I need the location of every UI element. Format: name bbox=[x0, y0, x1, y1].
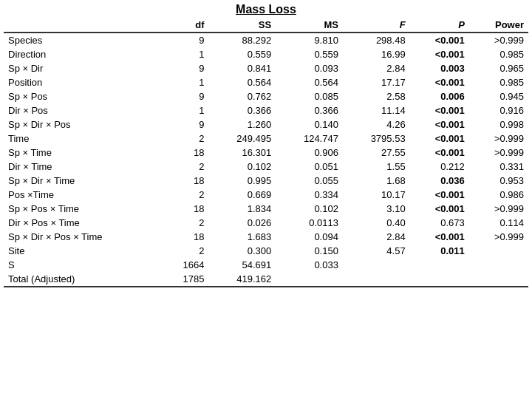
row-cell: 2.58 bbox=[343, 89, 410, 103]
row-cell bbox=[343, 258, 410, 272]
row-cell: 9 bbox=[163, 89, 209, 103]
row-cell: <0.001 bbox=[410, 33, 469, 47]
row-label: Total (Adjusted) bbox=[4, 272, 163, 287]
table-header-row: df SS MS F P Power bbox=[4, 18, 528, 33]
row-cell: 0.006 bbox=[410, 89, 469, 103]
table-row: Dir × Pos × Time20.0260.01130.400.6730.1… bbox=[4, 216, 528, 230]
row-cell: 2.84 bbox=[343, 61, 410, 75]
table-row: Sp × Pos × Time181.8340.1023.10<0.001>0.… bbox=[4, 202, 528, 216]
row-cell: 0.114 bbox=[469, 216, 528, 230]
row-label: Sp × Pos × Time bbox=[4, 202, 163, 216]
row-cell: 16.99 bbox=[343, 47, 410, 61]
row-cell: <0.001 bbox=[410, 103, 469, 117]
row-cell: 16.301 bbox=[208, 146, 276, 160]
row-label: Sp × Time bbox=[4, 146, 163, 160]
row-cell: >0.999 bbox=[469, 202, 528, 216]
row-cell: 0.003 bbox=[410, 61, 469, 75]
row-cell: 0.564 bbox=[276, 75, 343, 89]
row-label: Dir × Pos bbox=[4, 103, 163, 117]
row-label: Sp × Dir × Pos × Time bbox=[4, 230, 163, 244]
row-label: Species bbox=[4, 33, 163, 47]
page-title: Mass Loss bbox=[236, 3, 296, 16]
row-cell: 9 bbox=[163, 117, 209, 132]
row-cell: 17.17 bbox=[343, 75, 410, 89]
row-cell: 0.212 bbox=[410, 160, 469, 174]
row-cell: 1 bbox=[163, 103, 209, 117]
row-cell: 0.916 bbox=[469, 103, 528, 117]
row-cell: 0.998 bbox=[469, 117, 528, 132]
row-cell: 0.036 bbox=[410, 174, 469, 188]
row-cell: 0.366 bbox=[276, 103, 343, 117]
row-cell bbox=[410, 272, 469, 287]
row-label: Pos ×Time bbox=[4, 188, 163, 202]
row-cell bbox=[469, 258, 528, 272]
row-label: Sp × Dir bbox=[4, 61, 163, 75]
row-cell: 0.906 bbox=[276, 146, 343, 160]
col-header-source bbox=[4, 18, 163, 33]
row-cell: 0.985 bbox=[469, 47, 528, 61]
row-cell: 0.564 bbox=[208, 75, 276, 89]
row-cell: 0.300 bbox=[208, 244, 276, 258]
row-cell: 2 bbox=[163, 160, 209, 174]
row-cell: 0.331 bbox=[469, 160, 528, 174]
col-header-df: df bbox=[163, 18, 209, 33]
table-row: Species988.2929.810298.48<0.001>0.999 bbox=[4, 33, 528, 47]
row-cell: 18 bbox=[163, 230, 209, 244]
row-cell bbox=[469, 272, 528, 287]
row-cell: 124.747 bbox=[276, 132, 343, 146]
row-cell: 9 bbox=[163, 33, 209, 47]
table-row: Dir × Pos10.3660.36611.14<0.0010.916 bbox=[4, 103, 528, 117]
row-cell: <0.001 bbox=[410, 47, 469, 61]
row-cell: >0.999 bbox=[469, 146, 528, 160]
row-cell: 0.559 bbox=[276, 47, 343, 61]
row-cell: 0.094 bbox=[276, 230, 343, 244]
row-cell: 298.48 bbox=[343, 33, 410, 47]
row-cell: <0.001 bbox=[410, 202, 469, 216]
row-label: Sp × Dir × Pos bbox=[4, 117, 163, 132]
row-cell: 18 bbox=[163, 202, 209, 216]
row-cell: 1 bbox=[163, 75, 209, 89]
row-cell: 11.14 bbox=[343, 103, 410, 117]
row-cell: 0.011 bbox=[410, 244, 469, 258]
row-cell: 1.68 bbox=[343, 174, 410, 188]
table-row: Position10.5640.56417.17<0.0010.985 bbox=[4, 75, 528, 89]
row-cell: 0.102 bbox=[208, 160, 276, 174]
row-label: Sp × Pos bbox=[4, 89, 163, 103]
col-header-ms: MS bbox=[276, 18, 343, 33]
row-cell: 54.691 bbox=[208, 258, 276, 272]
row-cell: 0.026 bbox=[208, 216, 276, 230]
row-label: Direction bbox=[4, 47, 163, 61]
row-cell: 88.292 bbox=[208, 33, 276, 47]
col-header-p: P bbox=[410, 18, 469, 33]
row-cell: 2 bbox=[163, 244, 209, 258]
row-cell: 18 bbox=[163, 146, 209, 160]
row-cell bbox=[343, 272, 410, 287]
row-cell: 419.162 bbox=[208, 272, 276, 287]
row-cell: 0.0113 bbox=[276, 216, 343, 230]
row-cell: 1785 bbox=[163, 272, 209, 287]
table-row: Sp × Time1816.3010.90627.55<0.001>0.999 bbox=[4, 146, 528, 160]
row-cell bbox=[276, 272, 343, 287]
row-cell: >0.999 bbox=[469, 230, 528, 244]
row-cell: 2.84 bbox=[343, 230, 410, 244]
table-row: S166454.6910.033 bbox=[4, 258, 528, 272]
row-cell: 9.810 bbox=[276, 33, 343, 47]
row-cell bbox=[469, 244, 528, 258]
row-label: Sp × Dir × Time bbox=[4, 174, 163, 188]
row-cell: 0.334 bbox=[276, 188, 343, 202]
row-cell: 0.102 bbox=[276, 202, 343, 216]
row-cell: 3795.53 bbox=[343, 132, 410, 146]
row-label: Dir × Time bbox=[4, 160, 163, 174]
table-row: Sp × Dir × Pos91.2600.1404.26<0.0010.998 bbox=[4, 117, 528, 132]
table-row: Sp × Dir × Time180.9950.0551.680.0360.95… bbox=[4, 174, 528, 188]
row-cell: 0.033 bbox=[276, 258, 343, 272]
row-cell: 0.093 bbox=[276, 61, 343, 75]
row-label: S bbox=[4, 258, 163, 272]
row-cell: 0.366 bbox=[208, 103, 276, 117]
row-cell: 1.683 bbox=[208, 230, 276, 244]
row-cell: 10.17 bbox=[343, 188, 410, 202]
row-cell: 0.40 bbox=[343, 216, 410, 230]
table-row: Site20.3000.1504.570.011 bbox=[4, 244, 528, 258]
row-cell: 0.841 bbox=[208, 61, 276, 75]
row-cell: 1.834 bbox=[208, 202, 276, 216]
